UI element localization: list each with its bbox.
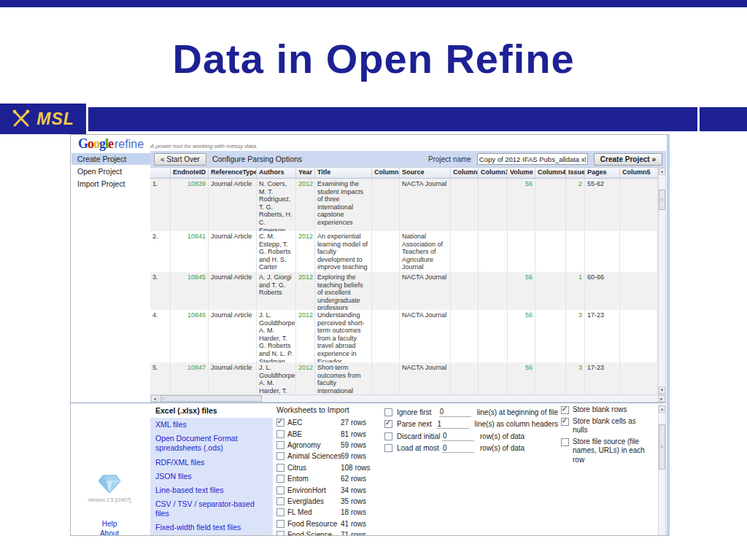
column-header-title[interactable]: Title bbox=[315, 168, 372, 178]
worksheet-checkbox[interactable] bbox=[276, 531, 285, 536]
cell-issue: 3 bbox=[566, 310, 585, 362]
scroll-up-icon[interactable]: ▲ bbox=[659, 168, 665, 175]
format-item[interactable]: RDF/XML files bbox=[150, 456, 273, 470]
format-item[interactable]: XML files bbox=[150, 418, 273, 432]
column-header-volume[interactable]: Volume bbox=[508, 168, 535, 178]
msl-logo: MSL bbox=[0, 104, 86, 134]
worksheet-checkbox[interactable] bbox=[276, 441, 285, 449]
scroll-left-icon[interactable]: ◄ bbox=[151, 395, 158, 402]
cell-issue bbox=[566, 231, 585, 272]
cell-reference-type: Journal Article bbox=[209, 231, 257, 272]
column-header-issue[interactable]: Issue bbox=[566, 168, 585, 178]
table-vscroll-thumb[interactable]: ≡ bbox=[659, 190, 665, 210]
scroll-down-icon[interactable]: ▼ bbox=[659, 386, 665, 394]
column-header[interactable] bbox=[150, 168, 171, 178]
worksheet-name: Citrus bbox=[287, 464, 341, 472]
cell-year: 2012 bbox=[296, 231, 315, 272]
column-header-column2[interactable]: Column2 bbox=[451, 168, 479, 178]
sidebar-item[interactable]: Import Project bbox=[71, 178, 150, 190]
column-header-referencetype[interactable]: ReferenceType bbox=[209, 168, 257, 178]
worksheet-checkbox[interactable] bbox=[276, 497, 285, 505]
project-name-input[interactable] bbox=[477, 153, 588, 165]
cell-title: An experiential learning model of facult… bbox=[315, 231, 372, 272]
cell-column4 bbox=[535, 362, 566, 394]
cell-column2 bbox=[451, 310, 479, 362]
cell-endnote-id: 10846 bbox=[171, 310, 209, 362]
table-row[interactable]: 1. 10839 Journal Article N. Coers, M. T.… bbox=[150, 179, 658, 231]
table-row[interactable]: 5. 10847 Journal Article J. L. Gouldthor… bbox=[150, 362, 658, 394]
format-item[interactable]: Line-based text files bbox=[150, 483, 273, 497]
worksheet-checkbox[interactable] bbox=[276, 452, 285, 460]
worksheet-checkbox[interactable] bbox=[276, 508, 285, 516]
column-header-column5[interactable]: Column5 bbox=[620, 168, 658, 178]
parse-option-checkbox[interactable] bbox=[384, 432, 392, 440]
cell-pages: 60-66 bbox=[585, 272, 620, 310]
cell-column5 bbox=[620, 362, 658, 394]
column-header-column3[interactable]: Column3 bbox=[479, 168, 508, 178]
table-horizontal-scrollbar[interactable]: ◄ ≡ ► bbox=[150, 394, 666, 402]
worksheet-checkbox[interactable] bbox=[276, 520, 285, 528]
cell-endnote-id: 10839 bbox=[171, 179, 209, 231]
worksheet-item: Everglades 35 rows bbox=[276, 496, 373, 507]
column-header-authors[interactable]: Authors bbox=[257, 168, 296, 178]
cell-issue: 3 bbox=[566, 362, 585, 394]
store-option-label: Store blank rows bbox=[573, 405, 627, 415]
panel-vscroll-thumb[interactable]: ≡ bbox=[659, 424, 665, 470]
parse-option-checkbox[interactable] bbox=[384, 420, 392, 428]
table-row[interactable]: 2. 10841 Journal Article C. M. Estepp, T… bbox=[150, 231, 658, 272]
table-row[interactable]: 4. 10846 Journal Article J. L. Gouldthor… bbox=[150, 310, 658, 362]
worksheet-checkbox[interactable] bbox=[276, 475, 285, 483]
sidebar-item[interactable]: Create Project bbox=[71, 153, 150, 165]
table-vertical-scrollbar[interactable]: ▲ ≡ ▼ bbox=[658, 167, 666, 394]
app-tagline: A power tool for working with messy data… bbox=[150, 143, 258, 149]
format-item[interactable]: Open Document Format spreadsheets (.ods) bbox=[150, 432, 273, 455]
parse-option-value-input[interactable] bbox=[442, 432, 474, 441]
store-option-checkbox[interactable] bbox=[561, 438, 569, 446]
column-header-source[interactable]: Source bbox=[400, 168, 451, 178]
worksheet-checkbox[interactable] bbox=[276, 430, 285, 438]
table-row[interactable]: 3. 10845 Journal Article A. J. Giorgi an… bbox=[150, 272, 658, 310]
column-header-column[interactable]: Column bbox=[372, 168, 400, 178]
create-project-button[interactable]: Create Project » bbox=[594, 153, 662, 166]
parse-option-checkbox[interactable] bbox=[384, 444, 392, 452]
column-header-pages[interactable]: Pages bbox=[585, 168, 620, 178]
format-item[interactable]: JSON files bbox=[150, 470, 273, 483]
store-option-label: Store file source (file names, URLs) in … bbox=[573, 438, 653, 465]
column-header-column4[interactable]: Column4 bbox=[535, 168, 566, 178]
format-item[interactable]: PC-Axis text files bbox=[150, 534, 273, 536]
scroll-right-icon[interactable]: ► bbox=[658, 395, 665, 402]
parse-option-value-input[interactable] bbox=[442, 443, 474, 453]
parse-option-row: Parse next line(s) as column headers bbox=[384, 419, 558, 431]
format-item[interactable]: CSV / TSV / separator-based files bbox=[150, 497, 273, 521]
worksheet-item: Agronomy 59 rows bbox=[276, 440, 373, 451]
cell-authors: N. Coers, M. T. Rodriguez, T. G. Roberts… bbox=[257, 179, 296, 231]
cell-endnote-id: 10847 bbox=[171, 362, 209, 394]
column-header-year[interactable]: Year bbox=[296, 168, 315, 178]
panel-vertical-scrollbar[interactable]: ▲ ≡ bbox=[658, 405, 666, 536]
column-header-endnoteid[interactable]: EndnoteID bbox=[171, 168, 209, 178]
worksheet-row-count: 81 rows bbox=[341, 430, 373, 438]
store-option-checkbox[interactable] bbox=[561, 406, 569, 414]
table-hscroll-thumb[interactable]: ≡ bbox=[160, 395, 262, 402]
scroll-up-icon[interactable]: ▲ bbox=[659, 405, 665, 413]
worksheet-item: Food Resource 41 rows bbox=[276, 518, 373, 529]
cell-authors: C. M. Estepp, T. G. Roberts and H. S. Ca… bbox=[257, 231, 296, 272]
cell-column3 bbox=[479, 231, 508, 272]
worksheet-checkbox[interactable] bbox=[276, 486, 285, 494]
worksheet-checkbox[interactable] bbox=[276, 464, 285, 472]
format-item[interactable]: Fixed-width field text files bbox=[150, 521, 273, 534]
format-item[interactable]: Excel (.xlsx) files bbox=[150, 404, 273, 418]
about-link[interactable]: About bbox=[71, 529, 148, 536]
sidebar-item[interactable]: Open Project bbox=[71, 166, 150, 177]
help-link[interactable]: Help bbox=[71, 520, 148, 528]
parse-option-value-input[interactable] bbox=[437, 419, 469, 429]
worksheet-checkbox[interactable] bbox=[276, 419, 285, 427]
store-option-checkbox[interactable] bbox=[561, 418, 569, 426]
parse-option-checkbox[interactable] bbox=[384, 408, 392, 416]
start-over-button[interactable]: « Start Over bbox=[154, 153, 206, 166]
store-options-section: Store blank rows Store blank cells as nu… bbox=[561, 405, 653, 467]
parse-option-label: Parse next bbox=[397, 420, 437, 428]
cell-volume: 56 bbox=[508, 179, 535, 231]
worksheet-name: Agronomy bbox=[287, 441, 341, 449]
parse-option-value-input[interactable] bbox=[439, 408, 471, 417]
